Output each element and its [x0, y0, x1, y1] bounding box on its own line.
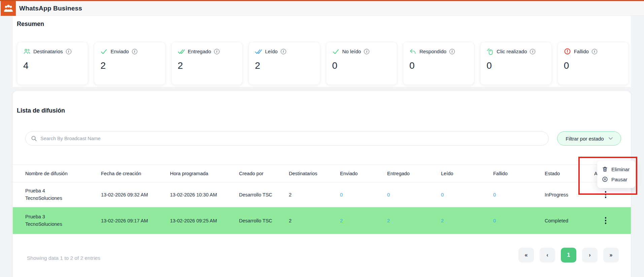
pagination-prev-button[interactable]: ‹: [540, 248, 555, 263]
cell-recipients: 2: [289, 218, 340, 223]
card-value: 2: [178, 60, 236, 71]
cell-read-link[interactable]: 2: [441, 218, 493, 223]
card-header: Clic realizado i: [486, 48, 545, 55]
chevron-down-icon: [609, 137, 613, 140]
info-icon[interactable]: i: [132, 49, 137, 54]
cell-created-at: 13-02-2026 09:17 AM: [101, 218, 170, 223]
page-title: WhatsApp Business: [19, 1, 82, 16]
card-header: Enviado i: [100, 48, 159, 55]
cell-broadcast-name: Prueba 3 TecnoSoluciones: [13, 213, 82, 227]
top-bar: [0, 1, 644, 16]
search-icon: [31, 135, 37, 142]
card-label: Entregado: [188, 49, 211, 54]
info-icon[interactable]: i: [214, 49, 219, 54]
info-icon[interactable]: i: [364, 49, 369, 54]
search-input[interactable]: [40, 136, 543, 141]
column-header-destinatarios: Destinatarios: [289, 171, 340, 176]
table-header-row: Nombre de difusión Fecha de creación Hor…: [13, 164, 631, 182]
info-icon[interactable]: i: [449, 49, 455, 54]
pagination-page-1-button[interactable]: 1: [561, 248, 576, 263]
column-header-enviado: Enviado: [340, 171, 387, 176]
double-check-blue-icon: [255, 48, 262, 55]
card-header: Destinatarios i: [23, 48, 82, 55]
cell-scheduled-at: 13-02-2026 10:30 AM: [170, 192, 239, 197]
card-label: Respondido: [419, 49, 446, 54]
menu-item-label: Eliminar: [611, 166, 630, 172]
card-label: Enviado: [110, 49, 129, 54]
cell-scheduled-at: 13-02-2026 09:25 AM: [170, 218, 239, 223]
card-value: 0: [486, 60, 545, 71]
cell-delivered-link[interactable]: 0: [387, 192, 441, 197]
cell-status: Completed: [545, 218, 594, 223]
pagination-next-button[interactable]: ›: [582, 248, 598, 263]
broadcast-table: Nombre de difusión Fecha de creación Hor…: [13, 164, 631, 234]
cell-read-link[interactable]: 0: [441, 192, 493, 197]
menu-item-pausar[interactable]: Pausar: [602, 174, 631, 184]
pagination-last-button[interactable]: »: [603, 248, 619, 263]
summary-cards-row: Destinatarios i 4 Enviado i 2: [17, 42, 629, 85]
column-header-leido: Leído: [441, 171, 493, 176]
card-label: Leído: [265, 49, 278, 54]
menu-item-eliminar[interactable]: Eliminar: [602, 164, 631, 174]
card-label: Clic realizado: [497, 49, 527, 54]
cell-failed-link[interactable]: 0: [493, 218, 545, 223]
group-people-icon: [3, 3, 13, 13]
column-header-creado-por: Creado por: [239, 171, 289, 176]
card-value: 4: [23, 60, 82, 71]
trash-icon: [602, 166, 608, 172]
card-header: Leído i: [255, 48, 313, 55]
column-header-estado: Estado: [545, 171, 594, 176]
summary-card-destinatarios: Destinatarios i 4: [17, 42, 88, 85]
check-icon: [100, 48, 107, 55]
cell-failed-link[interactable]: 0: [493, 192, 545, 197]
filter-button-label: Filtrar por estado: [566, 136, 604, 142]
info-icon[interactable]: i: [592, 49, 597, 54]
table-row: Prueba 4 TecnoSoluciones 13-02-2026 09:3…: [13, 182, 631, 207]
row-actions-kebab-icon[interactable]: [602, 216, 609, 226]
card-label: No leído: [342, 49, 361, 54]
info-icon[interactable]: i: [281, 49, 286, 54]
app-logo[interactable]: [1, 1, 16, 16]
pause-circle-icon: [602, 176, 608, 182]
summary-card-fallido: Fallido i 0: [557, 42, 629, 85]
cell-sent-link[interactable]: 0: [340, 192, 387, 197]
cell-created-at: 13-02-2026 09:32 AM: [101, 192, 170, 197]
column-header-hora: Hora programada: [170, 171, 239, 176]
search-bar: [25, 131, 549, 146]
cell-recipients: 2: [289, 192, 340, 197]
info-icon[interactable]: i: [66, 49, 71, 54]
pagination-first-button[interactable]: «: [518, 248, 534, 263]
card-value: 2: [100, 60, 159, 71]
card-header: Fallido i: [564, 48, 622, 55]
summary-card-enviado: Enviado i 2: [94, 42, 165, 85]
double-check-icon: [178, 48, 185, 55]
broadcast-list-heading: Lista de difusión: [17, 107, 65, 114]
info-icon[interactable]: i: [530, 49, 535, 54]
cell-delivered-link[interactable]: 2: [387, 218, 441, 223]
cell-broadcast-name: Prueba 4 TecnoSoluciones: [13, 187, 82, 202]
card-label: Fallido: [574, 49, 589, 54]
column-header-entregado: Entregado: [387, 171, 441, 176]
cell-status: InProgress: [545, 192, 594, 197]
table-row-highlighted: Prueba 3 TecnoSoluciones 13-02-2026 09:1…: [13, 207, 631, 234]
row-actions-menu: Eliminar Pausar: [597, 160, 635, 188]
mouse-click-icon: [486, 48, 494, 55]
card-label: Destinatarios: [33, 49, 63, 54]
card-value: 0: [409, 60, 468, 71]
pagination: « ‹ 1 › »: [518, 248, 619, 263]
summary-card-leido: Leído i 2: [248, 42, 320, 85]
column-header-nombre: Nombre de difusión: [13, 171, 101, 176]
recipients-icon: [23, 48, 30, 55]
summary-card-entregado: Entregado i 2: [171, 42, 243, 85]
card-value: 0: [332, 60, 391, 71]
reply-arrow-icon: [409, 48, 416, 55]
card-header: Entregado i: [178, 48, 236, 55]
card-value: 0: [564, 60, 622, 71]
cell-created-by: Desarrollo TSC: [239, 218, 289, 223]
row-actions-kebab-icon[interactable]: [602, 190, 609, 200]
summary-card-clic-realizado: Clic realizado i 0: [480, 42, 551, 85]
cell-sent-link[interactable]: 2: [340, 218, 387, 223]
menu-item-label: Pausar: [611, 177, 628, 182]
broadcast-list-section: Lista de difusión Filtrar por estado Nom…: [13, 91, 631, 277]
filter-by-status-button[interactable]: Filtrar por estado: [557, 131, 621, 146]
